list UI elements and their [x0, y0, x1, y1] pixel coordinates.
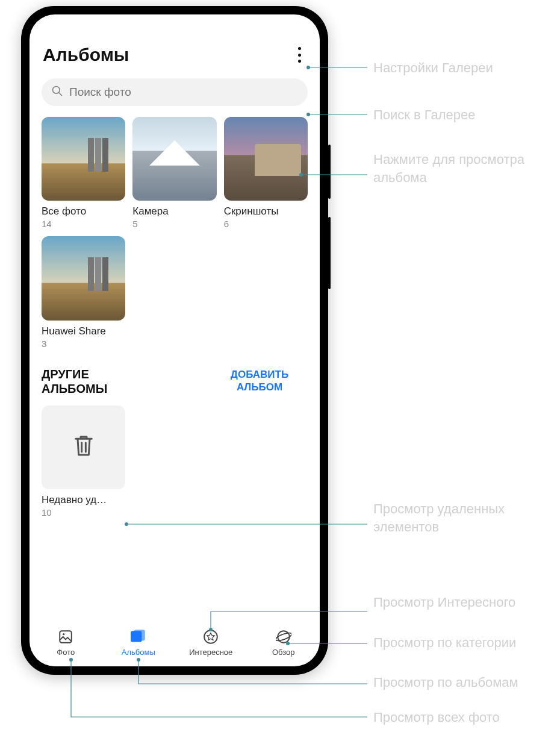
album-name: Камера — [132, 205, 216, 217]
bottom-nav: Фото Альбомы Интересное Обзор — [30, 618, 320, 666]
more-menu-icon[interactable] — [292, 46, 306, 64]
albums-icon — [130, 628, 147, 645]
album-item[interactable]: Скриншоты 6 — [224, 117, 308, 229]
star-circle-icon — [202, 628, 219, 645]
nav-label: Интересное — [189, 648, 232, 657]
svg-rect-2 — [60, 631, 72, 643]
album-thumbnail — [42, 405, 125, 489]
album-thumbnail — [42, 236, 125, 320]
album-name: Скриншоты — [224, 205, 308, 217]
album-count: 6 — [224, 219, 308, 229]
nav-label: Обзор — [272, 648, 295, 657]
album-thumbnail — [224, 117, 308, 201]
callout-album-tap: Нажмите для просмотра альбома — [373, 151, 542, 186]
album-item[interactable]: Huawei Share 3 — [42, 236, 125, 348]
album-item[interactable]: Все фото 14 — [42, 117, 125, 229]
svg-rect-5 — [134, 630, 145, 640]
album-name: Недавно уд… — [42, 494, 125, 506]
search-input[interactable] — [69, 86, 298, 99]
header: Альбомы — [30, 45, 320, 71]
nav-interesting[interactable]: Интересное — [175, 618, 247, 666]
phone-side-button — [328, 145, 331, 199]
svg-point-8 — [276, 631, 291, 642]
other-albums-header: ДРУГИЕ АЛЬБОМЫ ДОБАВИТЬ АЛЬБОМ — [30, 349, 320, 405]
album-thumbnail — [42, 117, 125, 201]
album-count: 14 — [42, 219, 125, 229]
nav-albums[interactable]: Альбомы — [102, 618, 175, 666]
album-item[interactable]: Камера 5 — [132, 117, 216, 229]
section-title: ДРУГИЕ АЛЬБОМЫ — [42, 367, 150, 396]
callout-deleted: Просмотр удаленных элементов — [373, 500, 542, 536]
nav-label: Альбомы — [122, 648, 155, 657]
callout-category: Просмотр по категории — [373, 634, 516, 652]
screen: Альбомы Все фото 14 Камера 5 — [30, 14, 320, 666]
search-icon — [51, 85, 63, 99]
callout-all-photos: Просмотр всех фото — [373, 709, 500, 727]
other-albums-grid: Недавно уд… 10 — [30, 405, 320, 518]
callout-by-albums: Просмотр по альбомам — [373, 674, 518, 692]
album-count: 10 — [42, 507, 125, 518]
albums-grid: Все фото 14 Камера 5 Скриншоты 6 Huawei … — [30, 117, 320, 349]
recently-deleted-album[interactable]: Недавно уд… 10 — [42, 405, 125, 518]
planet-icon — [275, 628, 292, 645]
album-thumbnail — [132, 117, 216, 201]
album-count: 5 — [132, 219, 216, 229]
page-title: Альбомы — [43, 45, 129, 65]
callout-settings: Настройки Галереи — [373, 59, 493, 77]
add-album-button[interactable]: ДОБАВИТЬ АЛЬБОМ — [211, 369, 308, 393]
search-bar[interactable] — [42, 78, 308, 106]
album-count: 3 — [42, 339, 125, 349]
photos-icon — [57, 628, 74, 645]
nav-photos[interactable]: Фото — [30, 618, 102, 666]
album-name: Huawei Share — [42, 325, 125, 337]
phone-side-button — [328, 217, 331, 289]
album-name: Все фото — [42, 205, 125, 217]
callout-interesting: Просмотр Интересного — [373, 593, 515, 612]
trash-icon — [72, 433, 96, 461]
callout-search: Поиск в Галерее — [373, 106, 476, 124]
nav-overview[interactable]: Обзор — [247, 618, 320, 666]
svg-line-1 — [59, 93, 62, 96]
nav-label: Фото — [57, 648, 75, 657]
phone-frame: Альбомы Все фото 14 Камера 5 — [21, 6, 328, 675]
svg-point-3 — [63, 633, 64, 635]
status-bar — [30, 14, 320, 45]
